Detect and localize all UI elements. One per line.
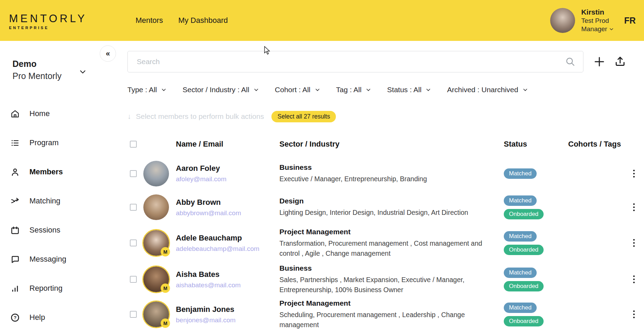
matching-arrows-icon [10,196,20,206]
filter-status[interactable]: Status : All [387,86,431,94]
member-name[interactable]: Adele Beauchamp [176,234,279,243]
export-button[interactable] [614,55,626,68]
filter-type[interactable]: Type : All [127,86,167,94]
column-sector-industry: Sector / Industry [279,140,504,149]
row-menu-button[interactable] [628,166,640,182]
sidebar-item-messaging[interactable]: Messaging [0,245,107,274]
table-row: Abby Brown abbybrown@mail.com Design Lig… [127,190,644,224]
avatar [143,161,169,186]
plus-icon [593,55,606,68]
org-switcher[interactable]: Demo Pro Mentorly [0,41,107,81]
logo-title: MENTORLY [9,12,87,25]
nav-mentors[interactable]: Mentors [135,16,163,25]
member-sector: Business [279,163,493,172]
row-menu-button[interactable] [628,271,640,287]
member-industries: Sales, Partnerships , Market Expansion, … [279,275,493,295]
row-checkbox[interactable] [130,204,137,211]
sidebar-item-label: Help [29,313,45,322]
member-email[interactable]: benjones@mail.com [176,316,279,324]
row-menu-button[interactable] [628,235,640,251]
table-row: M Adele Beauchamp adelebeauchamp@mail.co… [127,224,644,262]
mentor-badge: M [161,318,170,328]
avatar: M [143,230,169,256]
member-sector: Business [279,264,493,272]
member-email[interactable]: afoley@mail.com [176,175,279,183]
mentorly-logo[interactable]: MENTORLY ENTERPRISE [9,12,87,30]
member-industries: Lighting Design, Interior Design, Indust… [279,208,493,217]
avatar: M [143,302,169,327]
member-name[interactable]: Aisha Bates [176,270,279,279]
nav-my-dashboard[interactable]: My Dashboard [178,16,228,25]
search-input[interactable] [127,51,583,72]
sidebar-collapse-button[interactable]: « [100,45,116,62]
row-checkbox[interactable] [130,276,137,283]
status-badge: Onboarded [504,209,544,219]
member-sector: Design [279,197,493,205]
chevron-down-icon [522,87,528,93]
member-email[interactable]: adelebeauchamp@mail.com [176,245,279,253]
row-menu-button[interactable] [628,306,640,322]
status-badge: Matched [504,303,537,313]
member-email[interactable]: abbybrown@mail.com [176,209,279,217]
member-industries: Executive / Manager, Entrepreneurship, B… [279,174,493,184]
select-all-results-button[interactable]: Select all 27 results [271,111,336,122]
sidebar-item-matching[interactable]: Matching [0,186,107,216]
filter-cohort[interactable]: Cohort : All [275,86,320,94]
status-badge: Onboarded [504,245,544,255]
search-row [127,51,644,72]
member-sector: Project Management [279,228,493,236]
main-content: Type : All Sector / Industry : All Cohor… [107,41,644,332]
table-row: M Benjamin Jones benjones@mail.com Proje… [127,297,644,332]
sidebar-item-label: Matching [29,196,60,206]
search-box [127,51,583,72]
language-toggle[interactable]: FR [624,16,636,26]
row-checkbox[interactable] [130,170,137,177]
sidebar-item-reporting[interactable]: Reporting [0,274,107,303]
row-checkbox[interactable] [130,311,137,318]
member-name[interactable]: Aaron Foley [176,164,279,173]
org-plan: Pro Mentorly [12,71,107,81]
avatar [143,194,169,220]
sidebar-item-help[interactable]: ? Help [0,303,107,332]
row-checkbox[interactable] [130,239,137,246]
member-name[interactable]: Benjamin Jones [176,305,279,314]
org-name: Demo [12,59,107,69]
person-icon [10,167,20,177]
down-arrow-icon: ↓ [127,112,131,121]
user-org: Test Prod [581,17,614,25]
member-name[interactable]: Abby Brown [176,198,279,207]
sidebar-nav: Home Program Members Matching Sessions M… [0,99,107,332]
add-member-button[interactable] [593,55,606,68]
column-name-email: Name / Email [176,140,279,149]
status-badge: Matched [504,195,537,206]
row-menu-button[interactable] [628,199,640,215]
filter-archived[interactable]: Archived : Unarchived [447,86,528,94]
column-status: Status [504,140,568,149]
sidebar-item-sessions[interactable]: Sessions [0,216,107,245]
member-email[interactable]: aishabates@mail.com [176,281,279,289]
filter-tag[interactable]: Tag : All [336,86,372,94]
calendar-icon [10,226,20,235]
status-badge: Onboarded [504,281,544,291]
avatar: M [143,267,169,292]
logo-subtitle: ENTERPRISE [9,26,87,30]
status-badge: Matched [504,168,537,179]
select-all-checkbox[interactable] [130,141,137,148]
chevron-down-icon [609,27,614,32]
kebab-icon [630,168,637,179]
sidebar-item-label: Home [29,109,50,118]
sidebar-item-members[interactable]: Members [0,157,107,186]
mentor-badge: M [161,283,170,293]
kebab-icon [630,238,637,248]
sidebar-item-home[interactable]: Home [0,99,107,128]
filter-sector-industry[interactable]: Sector / Industry : All [182,86,259,94]
filter-row: Type : All Sector / Industry : All Cohor… [127,83,644,97]
user-info[interactable]: Kirstin Test Prod Manager [581,8,614,33]
user-avatar[interactable] [550,8,575,33]
sidebar-item-label: Members [29,167,63,176]
user-area: Kirstin Test Prod Manager FR [550,8,644,33]
sidebar-item-program[interactable]: Program [0,128,107,157]
member-sector: Project Management [279,299,493,307]
question-circle-icon: ? [10,313,20,322]
user-name: Kirstin [581,8,614,17]
